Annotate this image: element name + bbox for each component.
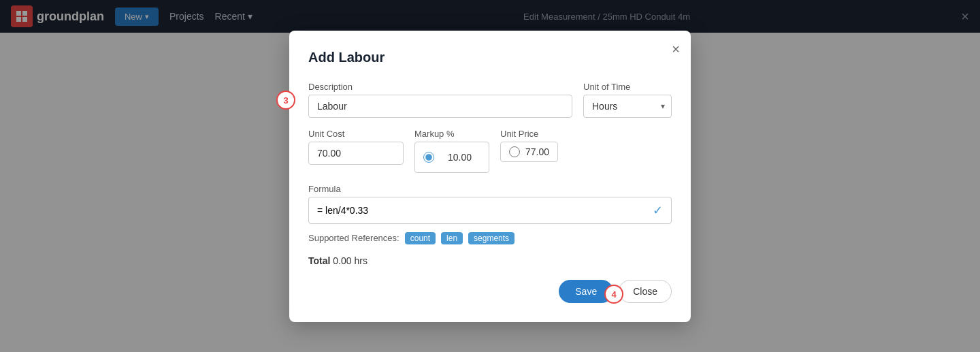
add-labour-modal: Add Labour × Description Unit of Time Ho…: [289, 31, 691, 322]
unit-of-time-label: Unit of Time: [583, 82, 672, 92]
unit-price-input-group: 77.00: [500, 142, 558, 162]
modal-title: Add Labour: [308, 50, 672, 65]
formula-group: Formula ✓: [308, 184, 672, 224]
unit-of-time-group: Unit of Time Hours Days Weeks: [583, 82, 672, 118]
ref-len: len: [441, 232, 463, 244]
unit-price-value: 77.00: [525, 146, 549, 157]
markup-radio[interactable]: [423, 152, 434, 163]
unit-cost-group: Unit Cost: [308, 129, 404, 173]
total-line: Total 0.00 hrs: [308, 255, 672, 266]
modal-close-button[interactable]: ×: [672, 42, 680, 57]
unit-price-radio[interactable]: [509, 146, 520, 157]
total-value-text: 0.00 hrs: [333, 255, 368, 266]
ref-segments: segments: [468, 232, 514, 244]
modal-overlay: Add Labour × Description Unit of Time Ho…: [0, 0, 980, 352]
step-badge-3: 3: [276, 91, 295, 110]
markup-group: Markup %: [414, 129, 489, 173]
unit-price-group: Unit Price 77.00: [500, 129, 558, 173]
markup-label: Markup %: [414, 129, 489, 139]
total-label: Total: [308, 255, 330, 266]
formula-input[interactable]: [309, 199, 644, 221]
close-button[interactable]: Close: [619, 280, 672, 303]
supported-refs: Supported References: count len segments: [308, 232, 672, 244]
unit-cost-label: Unit Cost: [308, 129, 404, 139]
ref-count: count: [405, 232, 436, 244]
unit-of-time-select-wrap: Hours Days Weeks: [583, 95, 672, 118]
formula-label: Formula: [308, 184, 672, 194]
description-label: Description: [308, 82, 572, 92]
description-group: Description: [308, 82, 572, 118]
form-row-2: Unit Cost Markup % Unit Price 77.00: [308, 129, 672, 173]
markup-input-group: [414, 142, 489, 173]
step-badge-4: 4: [604, 285, 623, 304]
formula-check-icon: ✓: [644, 197, 671, 223]
unit-price-label: Unit Price: [500, 129, 558, 139]
form-row-1: Description Unit of Time Hours Days Week…: [308, 82, 672, 118]
description-input[interactable]: [308, 95, 572, 118]
formula-input-wrap: ✓: [308, 197, 672, 224]
unit-cost-input[interactable]: [308, 142, 404, 165]
supported-refs-label: Supported References:: [308, 233, 399, 243]
unit-of-time-select[interactable]: Hours Days Weeks: [583, 95, 672, 118]
markup-input[interactable]: [440, 146, 480, 168]
